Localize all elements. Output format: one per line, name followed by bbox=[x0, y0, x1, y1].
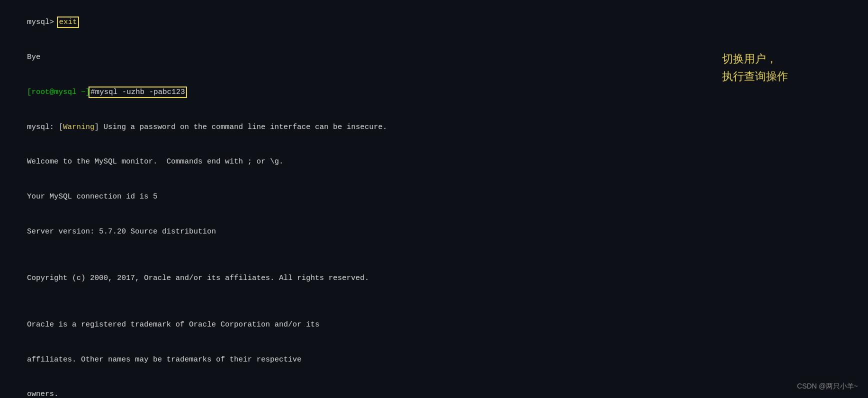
warning-word: Warning bbox=[63, 123, 94, 132]
cmd-mysql-login: #mysql -uzhb -pabc123 bbox=[90, 88, 186, 96]
line-server-version: Server version: 5.7.20 Source distributi… bbox=[9, 214, 859, 250]
watermark: CSDN @两只小羊~ bbox=[797, 382, 858, 391]
root-prompt: [root@mysql ~] bbox=[27, 88, 90, 96]
line-oracle3: owners. bbox=[9, 377, 859, 398]
annotation: 切换用户， 执行查询操作 bbox=[722, 50, 788, 85]
line-oracle1: Oracle is a registered trademark of Orac… bbox=[9, 308, 859, 342]
line-connection: Your MySQL connection id is 5 bbox=[9, 180, 859, 214]
line-welcome: Welcome to the MySQL monitor. Commands e… bbox=[9, 144, 859, 180]
line-oracle2: affiliates. Other names may be trademark… bbox=[9, 342, 859, 377]
warning-prefix: mysql: [ bbox=[27, 123, 63, 132]
prompt: mysql> bbox=[27, 18, 58, 26]
bye-text: Bye bbox=[27, 53, 40, 62]
blank2 bbox=[9, 296, 859, 307]
line-exit: mysql> exit bbox=[9, 5, 859, 40]
annotation-line1: 切换用户， bbox=[722, 50, 788, 68]
cmd-exit: exit bbox=[58, 18, 78, 26]
terminal: mysql> exit Bye [root@mysql ~]#mysql -uz… bbox=[0, 0, 868, 398]
annotation-line2: 执行查询操作 bbox=[722, 68, 788, 85]
blank1 bbox=[9, 249, 859, 260]
warning-suffix: ] Using a password on the command line i… bbox=[94, 123, 387, 132]
line-warning: mysql: [Warning] Using a password on the… bbox=[9, 110, 859, 144]
line-copyright: Copyright (c) 2000, 2017, Oracle and/or … bbox=[9, 261, 859, 296]
